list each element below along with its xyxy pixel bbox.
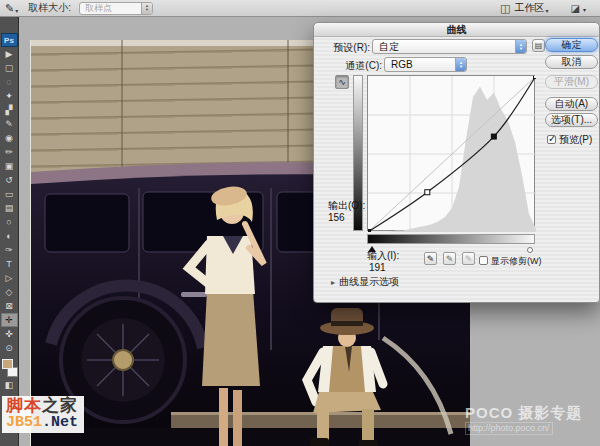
options-button[interactable]: 选项(T)...	[545, 113, 598, 127]
input-value: 191	[369, 262, 386, 273]
crop-tool[interactable]: ▞	[1, 103, 18, 117]
hand-tool[interactable]: ✜	[1, 327, 18, 341]
stepper-icon: ▲▼	[515, 40, 526, 53]
quick-mask-icon[interactable]: ◧	[1, 378, 18, 392]
clone-stamp-tool[interactable]: ▣	[1, 159, 18, 173]
smooth-button[interactable]: 平滑(M)	[545, 75, 598, 89]
preview-label: 预览(P)	[559, 134, 592, 145]
preview-checkbox[interactable]: 预览(P)	[547, 133, 592, 147]
input-label: 输入(I):	[367, 249, 399, 263]
pen-tool[interactable]: ✑	[1, 243, 18, 257]
logo-text-red: 脚本	[6, 396, 42, 415]
output-label: 输出(O):	[328, 199, 365, 213]
move-tool[interactable]: ▶	[1, 47, 18, 61]
preset-options-icon: ▤	[535, 41, 543, 50]
show-clipping-label: 显示修剪(W)	[491, 256, 542, 266]
tools-panel: Ps ▶▢◌✦▞✎◉✏▣↺▭▤○◐✑T▷◇⊠✛✜⊙ ◧ ▢	[0, 17, 19, 446]
sample-size-select[interactable]: 取样点 ▲▼	[79, 2, 153, 15]
checkbox-icon[interactable]	[479, 256, 488, 265]
shape-tool[interactable]: ◇	[1, 285, 18, 299]
blur-tool[interactable]: ○	[1, 215, 18, 229]
notes-tool[interactable]: ⊠	[1, 299, 18, 313]
color-swatches[interactable]	[1, 358, 18, 378]
color-sampler-tool[interactable]: ✛	[1, 313, 18, 327]
eyedropper-tool[interactable]: ✎	[1, 117, 18, 131]
logo-text-orange: JB51	[6, 414, 42, 431]
panel-caret-icon[interactable]: ▾	[583, 4, 586, 13]
auto-button[interactable]: 自动(A)	[545, 97, 598, 111]
dialog-titlebar[interactable]: 曲线	[314, 23, 599, 37]
history-brush-tool[interactable]: ↺	[1, 173, 18, 187]
options-bar: ✎ ▾ 取样大小: 取样点 ▲▼ ◫ 工作区 ▾ ◪ ▾	[0, 0, 600, 17]
logo-text-navy: .Net	[42, 414, 78, 431]
show-clipping-checkbox[interactable]: 显示修剪(W)	[479, 255, 542, 268]
workspace-label[interactable]: 工作区	[515, 1, 545, 15]
foreground-color-swatch[interactable]	[2, 359, 13, 369]
curve-display-options[interactable]: ▸曲线显示选项	[331, 275, 399, 289]
tool-caret-icon[interactable]: ▾	[15, 7, 18, 14]
output-value: 156	[328, 212, 345, 223]
point-curve-mode-button[interactable]: ∿	[335, 75, 349, 89]
eyedropper-icon[interactable]: ✎	[5, 2, 14, 15]
stepper-icon: ▲▼	[455, 58, 466, 71]
logo-text-dark: 之家	[42, 396, 78, 415]
curve-options-label: 曲线显示选项	[339, 276, 399, 287]
path-select-tool[interactable]: ▷	[1, 271, 18, 285]
tool-list: ▶▢◌✦▞✎◉✏▣↺▭▤○◐✑T▷◇⊠✛✜⊙	[1, 47, 18, 355]
preset-label: 预设(R):	[322, 41, 370, 55]
cancel-button[interactable]: 取消	[545, 55, 598, 69]
input-gradient-bar	[367, 234, 535, 244]
panel-menu-icon[interactable]: ◪	[571, 3, 580, 14]
photoshop-logo: Ps	[1, 33, 18, 47]
healing-brush-tool[interactable]: ◉	[1, 131, 18, 145]
type-tool[interactable]: T	[1, 257, 18, 271]
curves-dialog: 曲线 预设(R): 自定 ▲▼ ▤ 通道(C): RGB ▲▼ ∿ ╱ 输出(O…	[313, 22, 600, 303]
stepper-icon: ▲▼	[141, 2, 152, 15]
preset-value: 自定	[379, 40, 399, 54]
watermark-url: http://photo.poco.cn/	[465, 422, 553, 435]
sample-size-label: 取样大小:	[28, 1, 71, 15]
dodge-tool[interactable]: ◐	[1, 229, 18, 243]
dialog-title: 曲线	[447, 23, 467, 37]
disclosure-icon: ▸	[331, 278, 335, 287]
site-logo: 脚本之家 JB51.Net	[2, 396, 84, 433]
gradient-tool[interactable]: ▤	[1, 201, 18, 215]
workspace-switcher-icon[interactable]: ◫	[500, 2, 510, 15]
ok-button[interactable]: 确定	[545, 38, 598, 52]
photo-watermark: POCO 摄影专题 http://photo.poco.cn/	[465, 404, 582, 435]
lasso-tool[interactable]: ◌	[1, 75, 18, 89]
channel-value: RGB	[391, 59, 413, 70]
eraser-tool[interactable]: ▭	[1, 187, 18, 201]
workspace-caret-icon[interactable]: ▾	[546, 7, 549, 14]
white-point-slider[interactable]	[527, 247, 533, 253]
black-point-eyedropper[interactable]: ✎	[424, 252, 437, 265]
preset-select[interactable]: 自定 ▲▼	[372, 39, 527, 54]
checkbox-checked-icon[interactable]	[547, 135, 556, 144]
point-curve-icon: ∿	[338, 77, 346, 87]
channel-select[interactable]: RGB ▲▼	[384, 57, 467, 72]
brush-tool[interactable]: ✏	[1, 145, 18, 159]
zoom-tool[interactable]: ⊙	[1, 341, 18, 355]
marquee-tool[interactable]: ▢	[1, 61, 18, 75]
gray-point-eyedropper[interactable]: ✎	[443, 252, 456, 265]
channel-label: 通道(C):	[338, 59, 382, 73]
watermark-brand: POCO 摄影专题	[465, 404, 582, 422]
preset-options-button[interactable]: ▤	[532, 39, 545, 52]
quick-select-tool[interactable]: ✦	[1, 89, 18, 103]
white-point-eyedropper[interactable]: ✎	[462, 252, 475, 265]
curve-grid[interactable]	[367, 75, 535, 231]
sample-size-value: 取样点	[85, 2, 112, 15]
